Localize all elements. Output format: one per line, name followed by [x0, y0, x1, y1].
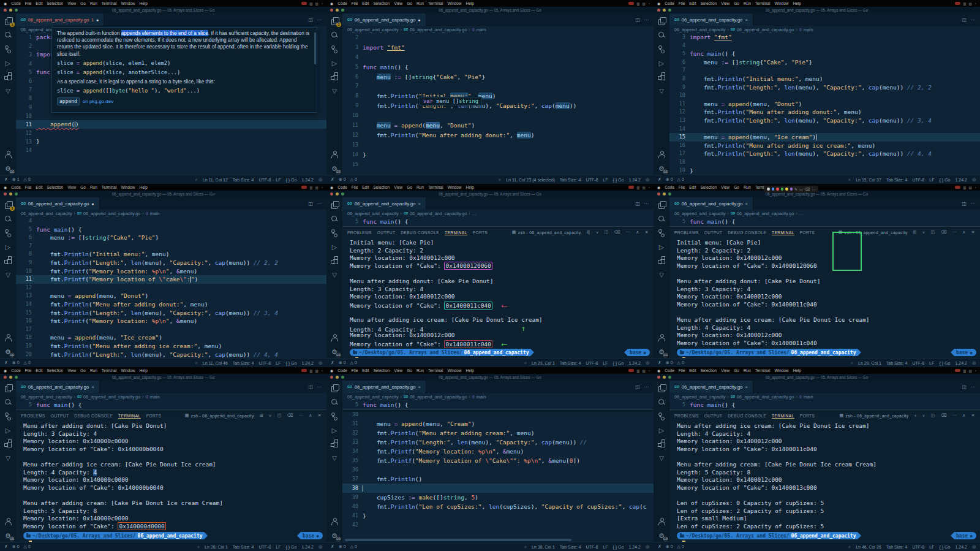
maximize-panel-icon[interactable]: ∧ — [636, 230, 639, 235]
eol-setting[interactable]: LF — [929, 545, 934, 549]
remote-indicator-icon[interactable]: ✗ — [331, 360, 334, 365]
go-version[interactable]: 1.24.2 — [628, 361, 640, 365]
menubar-item-help[interactable]: Help — [140, 1, 148, 6]
language-mode[interactable]: { } Go — [613, 178, 624, 182]
explorer-icon[interactable] — [657, 200, 666, 209]
explorer-icon[interactable]: 1 — [330, 17, 339, 25]
menubar-item-help[interactable]: Help — [466, 185, 474, 189]
menubar-item-view[interactable]: View — [721, 1, 729, 6]
problems-warnings[interactable]: △ 0 — [350, 177, 357, 182]
source-control-icon[interactable] — [657, 412, 666, 420]
annotation-color-dot[interactable] — [772, 188, 775, 191]
settings-gear-icon[interactable]: ⚙GO — [330, 164, 339, 173]
breadcrumb-folder[interactable]: 06_append_and_capacity — [674, 27, 726, 32]
extensions-icon[interactable] — [330, 440, 339, 449]
indentation-setting[interactable]: Tab Size: 4 — [560, 178, 581, 182]
terminal-output[interactable]: Initial menu: [Cake Pie]Length: 2 Capaci… — [342, 237, 654, 358]
terminal-output[interactable]: Menu after adding donut: [Cake Pie Donut… — [16, 420, 326, 542]
more-actions-icon[interactable]: ⋯ — [970, 201, 975, 207]
menubar-item-run[interactable]: Run — [744, 185, 751, 189]
eol-setting[interactable]: LF — [929, 178, 934, 182]
tab-close-icon[interactable]: × — [745, 201, 748, 207]
remote-indicator-icon[interactable]: ✗ — [331, 544, 334, 549]
menubar-item-view[interactable]: View — [394, 185, 402, 189]
problems-errors[interactable]: ⊗ 0 — [12, 544, 20, 549]
encoding-setting[interactable]: UTF-8 — [259, 361, 271, 365]
menubar-item-selection[interactable]: Selection — [47, 1, 63, 6]
run-debug-icon[interactable]: ▷ — [657, 426, 666, 435]
more-actions-icon[interactable]: ⋯ — [952, 230, 957, 235]
menubar-item-code[interactable]: Code — [11, 368, 21, 373]
indentation-setting[interactable]: Tab Size: 4 — [886, 361, 908, 365]
menubar-item-file[interactable]: File — [679, 1, 685, 6]
cursor-position[interactable]: Ln 38, Col 1 — [532, 545, 555, 549]
split-editor-icon[interactable]: ◫ — [962, 201, 967, 207]
more-actions-icon[interactable]: ⋯ — [317, 201, 322, 207]
indentation-setting[interactable]: Tab Size: 4 — [560, 545, 581, 549]
tab-06-append-and-capacity[interactable]: GO06_append_and_capacity.go× — [342, 197, 426, 210]
traffic-light-zoom[interactable] — [15, 376, 18, 379]
settings-gear-icon[interactable]: ⚙GO — [657, 531, 666, 540]
go-version[interactable]: 1.24.2 — [628, 545, 640, 549]
more-actions-icon[interactable]: ⋯ — [952, 413, 957, 418]
menubar-item-run[interactable]: Run — [90, 185, 97, 189]
explorer-icon[interactable] — [657, 17, 666, 25]
problems-errors[interactable]: ⊗ 0 — [12, 360, 20, 365]
search-icon[interactable] — [4, 215, 12, 223]
menubar-item-window[interactable]: Window — [447, 1, 461, 6]
breadcrumb-symbol[interactable]: main — [804, 394, 813, 400]
extensions-icon[interactable] — [330, 257, 339, 265]
explorer-icon[interactable] — [330, 200, 339, 209]
menubar-item-file[interactable]: File — [352, 1, 358, 6]
breadcrumb-symbol[interactable]: main — [804, 27, 813, 32]
menubar-item-terminal[interactable]: Terminal — [755, 368, 771, 373]
menubar-item-terminal[interactable]: Terminal — [428, 1, 443, 6]
problems-errors[interactable]: ⊗ 1 — [12, 177, 20, 182]
tab-06-append-and-capacity[interactable]: GO06_append_and_capacity.go× — [669, 381, 753, 393]
traffic-light-zoom[interactable] — [668, 192, 671, 196]
split-editor-icon[interactable]: ◫ — [962, 384, 967, 390]
menubar-item-file[interactable]: File — [25, 185, 31, 189]
maximize-panel-icon[interactable]: ∧ — [962, 413, 966, 418]
accounts-icon[interactable] — [4, 333, 12, 342]
panel-tab-terminal[interactable]: TERMINAL — [772, 413, 794, 419]
breadcrumb-file[interactable]: 06_append_and_capacity.go — [83, 211, 140, 216]
encoding-setting[interactable]: UTF-8 — [913, 361, 925, 365]
eol-setting[interactable]: LF — [603, 178, 608, 182]
terminal-dropdown-icon[interactable]: ˅ — [269, 414, 272, 418]
menubar-item-help[interactable]: Help — [140, 368, 148, 373]
menubar-item-file[interactable]: File — [352, 368, 358, 373]
menubar-item-go[interactable]: Go — [407, 185, 412, 189]
settings-gear-icon[interactable]: ⚙GO — [4, 164, 12, 173]
split-terminal-icon[interactable]: ◫ — [930, 413, 935, 418]
menubar-item-code[interactable]: Code — [665, 1, 674, 6]
panel-tab-output[interactable]: OUTPUT — [704, 413, 723, 418]
menubar-item-edit[interactable]: Edit — [689, 1, 696, 6]
run-debug-icon[interactable]: ▷ — [330, 243, 339, 251]
menubar-item-go[interactable]: Go — [407, 368, 412, 373]
terminal-output[interactable]: Initial menu: [Cake Pie]Length: 2 Capaci… — [669, 237, 980, 358]
more-actions-icon[interactable]: ⋯ — [644, 201, 649, 207]
more-actions-icon[interactable]: ⋯ — [299, 413, 303, 418]
problems-warnings[interactable]: △ 0 — [350, 360, 357, 365]
notifications-bell-icon[interactable]: ◎ — [318, 360, 322, 365]
code-editor[interactable]: 23import "fmt"45func main() {6 menu := [… — [342, 33, 654, 175]
terminal-session-label[interactable]: ▦zsh - 06_append_and_capacity — [185, 413, 254, 418]
menubar-item-view[interactable]: View — [721, 368, 729, 373]
settings-gear-icon[interactable]: ⚙GO — [330, 348, 339, 356]
explorer-icon[interactable]: 1 — [4, 17, 12, 25]
traffic-light-close[interactable] — [657, 9, 660, 12]
split-terminal-icon[interactable]: ◫ — [930, 230, 935, 235]
traffic-light-close[interactable] — [4, 9, 7, 12]
split-editor-icon[interactable]: ◫ — [635, 384, 640, 390]
indentation-setting[interactable]: Tab Size: 4 — [886, 545, 908, 549]
accounts-icon[interactable] — [657, 517, 666, 526]
maximize-panel-icon[interactable]: ∧ — [962, 230, 966, 235]
menubar-item-selection[interactable]: Selection — [373, 1, 390, 6]
panel-tab-debug-console[interactable]: DEBUG CONSOLE — [401, 230, 439, 235]
menubar-item-go[interactable]: Go — [734, 1, 739, 6]
notifications-bell-icon[interactable]: ◎ — [318, 177, 322, 182]
testing-icon[interactable]: ▽ — [4, 454, 12, 463]
eol-setting[interactable]: LF — [276, 545, 281, 549]
extensions-icon[interactable] — [330, 73, 339, 82]
